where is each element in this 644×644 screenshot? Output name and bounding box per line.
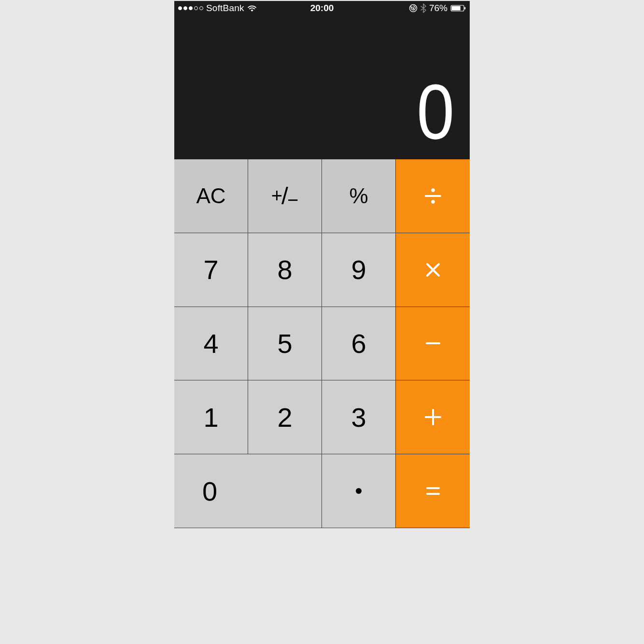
percent-label: % [349, 184, 368, 208]
calculator-display: 0 [174, 15, 470, 159]
digit-8-button[interactable]: 8 [248, 233, 322, 307]
clock: 20:00 [310, 3, 334, 14]
digit-3-button[interactable]: 3 [322, 380, 396, 454]
svg-rect-1 [413, 8, 414, 10]
digit-label: 4 [203, 328, 218, 359]
battery-percentage: 76% [429, 3, 448, 14]
multiply-button[interactable] [396, 233, 470, 307]
battery-icon [450, 5, 466, 12]
minus-icon [423, 334, 443, 353]
signal-strength-icon [178, 6, 203, 10]
divide-icon [423, 186, 443, 206]
svg-point-5 [431, 188, 434, 192]
digit-label: 7 [203, 254, 218, 285]
multiply-icon [424, 261, 442, 279]
wifi-icon [247, 5, 257, 12]
svg-rect-3 [452, 6, 461, 11]
status-right: 76% [334, 3, 466, 14]
keypad: AC +/− % 7 8 9 4 5 6 [174, 159, 470, 528]
digit-4-button[interactable]: 4 [174, 307, 248, 381]
plus-button[interactable] [396, 380, 470, 454]
digit-7-button[interactable]: 7 [174, 233, 248, 307]
display-value: 0 [417, 73, 454, 151]
percent-button[interactable]: % [322, 159, 396, 233]
digit-label: 9 [351, 254, 366, 285]
svg-point-7 [431, 200, 434, 203]
digit-label: 1 [203, 402, 218, 433]
orientation-lock-icon [409, 4, 418, 13]
plus-minus-icon: +/− [271, 181, 299, 211]
digit-label: 8 [277, 254, 292, 285]
carrier-label: SoftBank [206, 3, 244, 14]
divide-button[interactable] [396, 159, 470, 233]
digit-label: 0 [202, 476, 217, 507]
digit-label: 3 [351, 402, 366, 433]
equals-icon [423, 481, 443, 501]
digit-label: 5 [277, 328, 292, 359]
clear-label: AC [196, 184, 225, 208]
plus-icon [423, 407, 443, 427]
digit-label: 6 [351, 328, 366, 359]
decimal-icon [356, 488, 362, 494]
clear-button[interactable]: AC [174, 159, 248, 233]
plus-minus-button[interactable]: +/− [248, 159, 322, 233]
minus-button[interactable] [396, 307, 470, 381]
status-left: SoftBank [178, 3, 310, 14]
digit-1-button[interactable]: 1 [174, 380, 248, 454]
calculator-app: SoftBank 20:00 [174, 1, 470, 528]
digit-6-button[interactable]: 6 [322, 307, 396, 381]
digit-0-button[interactable]: 0 [174, 454, 322, 528]
svg-rect-4 [464, 7, 465, 10]
digit-5-button[interactable]: 5 [248, 307, 322, 381]
digit-9-button[interactable]: 9 [322, 233, 396, 307]
digit-label: 2 [277, 402, 292, 433]
status-bar: SoftBank 20:00 [174, 1, 470, 15]
digit-2-button[interactable]: 2 [248, 380, 322, 454]
bluetooth-icon [420, 3, 426, 13]
equals-button[interactable] [396, 454, 470, 528]
decimal-button[interactable] [322, 454, 396, 528]
